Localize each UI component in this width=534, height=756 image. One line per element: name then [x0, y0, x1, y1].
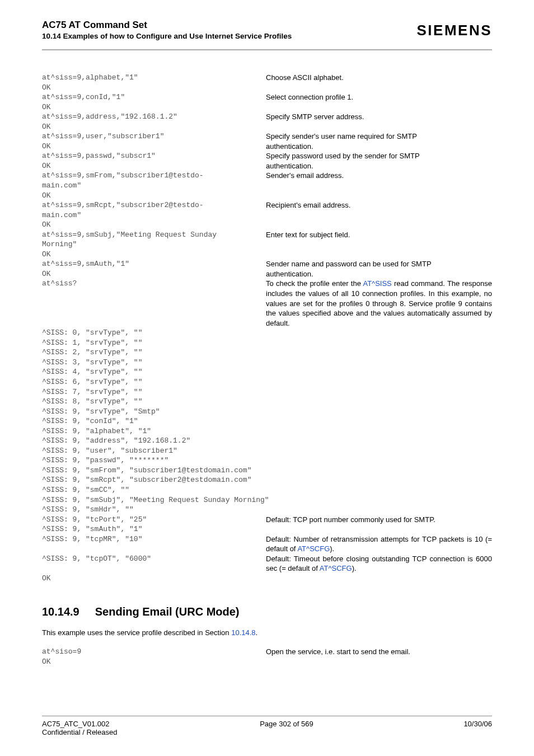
- terminal-line: Morning": [42, 240, 266, 250]
- terminal-line: at^siss=9,smSubj,"Meeting Request Sunday: [42, 230, 266, 240]
- terminal-line: ^SISS: 9, "tcpMR", "10": [42, 534, 266, 544]
- terminal-description: Specify sender's user name required for …: [266, 132, 492, 142]
- terminal-description: To check the profile enter the AT^SISS r…: [266, 279, 492, 328]
- doc-title: AC75 AT Command Set: [42, 20, 292, 31]
- terminal-description: Default: Timeout before closing outstand…: [266, 554, 492, 574]
- terminal-line: OK: [42, 102, 266, 112]
- terminal-line: OK: [42, 122, 266, 132]
- siss-response-block: ^SISS: 0, "srvType", "" ^SISS: 1, "srvTy…: [42, 328, 492, 514]
- page-header: AC75 AT Command Set 10.14 Examples of ho…: [42, 20, 492, 46]
- terminal-line: OK: [42, 269, 266, 279]
- section-title: Sending Email (URC Mode): [95, 605, 240, 618]
- brand-logo: SIEMENS: [416, 22, 492, 39]
- terminal-description: Open the service, i.e. start to send the…: [266, 647, 492, 657]
- section-heading: 10.14.9 Sending Email (URC Mode): [42, 605, 492, 618]
- terminal-line: at^siss=9,passwd,"subscr1": [42, 151, 266, 161]
- terminal-line: OK: [42, 657, 266, 667]
- terminal-description: Sender name and password can be used for…: [266, 259, 492, 269]
- terminal-line: main.com": [42, 181, 266, 191]
- terminal-description: Enter text for subject field.: [266, 230, 492, 240]
- page-footer: AC75_ATC_V01.002 Page 302 of 569 10/30/0…: [42, 716, 492, 736]
- terminal-line: at^siss=9,conId,"1": [42, 92, 266, 102]
- terminal-line: at^siss=9,user,"subscriber1": [42, 132, 266, 142]
- terminal-line: at^siss=9,alphabet,"1": [42, 73, 266, 83]
- terminal-description: Default: Number of retransmission attemp…: [266, 534, 492, 554]
- terminal-line: OK: [42, 191, 266, 201]
- footer-version: AC75_ATC_V01.002: [42, 720, 109, 728]
- terminal-line: OK: [42, 250, 266, 260]
- terminal-description: authentication.: [266, 161, 492, 171]
- terminal-line: ^SISS: 9, "smAuth", "1": [42, 524, 266, 534]
- terminal-description: authentication.: [266, 142, 492, 152]
- terminal-line: ^SISS: 9, "tcpOT", "6000": [42, 554, 266, 564]
- terminal-description: Default: TCP port number commonly used f…: [266, 515, 492, 525]
- terminal-description: Recipient's email address.: [266, 200, 492, 210]
- terminal-line: OK: [42, 83, 266, 93]
- terminal-description: Sender's email address.: [266, 171, 492, 181]
- section-intro: This example uses the service profile de…: [42, 628, 492, 637]
- terminal-description: Select connection profile 1.: [266, 92, 492, 102]
- terminal-line: at^siss=9,smAuth,"1": [42, 259, 266, 269]
- terminal-description: Choose ASCII alphabet.: [266, 73, 492, 83]
- footer-page: Page 302 of 569: [260, 720, 313, 728]
- section-number: 10.14.9: [42, 605, 79, 618]
- terminal-description: authentication.: [266, 269, 492, 279]
- footer-confidential: Confidential / Released: [42, 728, 492, 736]
- terminal-line: at^siss?: [42, 279, 266, 289]
- content-area: at^siss=9,alphabet,"1"Choose ASCII alpha…: [42, 73, 492, 667]
- terminal-line: ^SISS: 9, "tcPort", "25": [42, 515, 266, 525]
- header-rule: [42, 49, 492, 50]
- terminal-description: Specify password used by the sender for …: [266, 151, 492, 161]
- at-siss-link[interactable]: AT^SISS: [363, 279, 391, 288]
- terminal-description: Specify SMTP server address.: [266, 112, 492, 122]
- at-scfg-link[interactable]: AT^SCFG: [320, 564, 352, 572]
- terminal-line: main.com": [42, 210, 266, 220]
- terminal-line: at^siss=9,address,"192.168.1.2": [42, 112, 266, 122]
- terminal-line: OK: [42, 574, 266, 584]
- section-ref-link[interactable]: 10.14.8: [231, 628, 255, 637]
- terminal-line: OK: [42, 220, 266, 230]
- doc-subtitle: 10.14 Examples of how to Configure and U…: [42, 32, 292, 40]
- terminal-line: OK: [42, 161, 266, 171]
- terminal-line: at^siss=9,smFrom,"subscriber1@testdo-: [42, 171, 266, 181]
- footer-rule: [42, 716, 492, 716]
- footer-date: 10/30/06: [463, 720, 492, 728]
- terminal-line: OK: [42, 142, 266, 152]
- terminal-line: at^siss=9,smRcpt,"subscriber2@testdo-: [42, 200, 266, 210]
- terminal-line: at^siso=9: [42, 647, 266, 657]
- at-scfg-link[interactable]: AT^SCFG: [297, 544, 330, 553]
